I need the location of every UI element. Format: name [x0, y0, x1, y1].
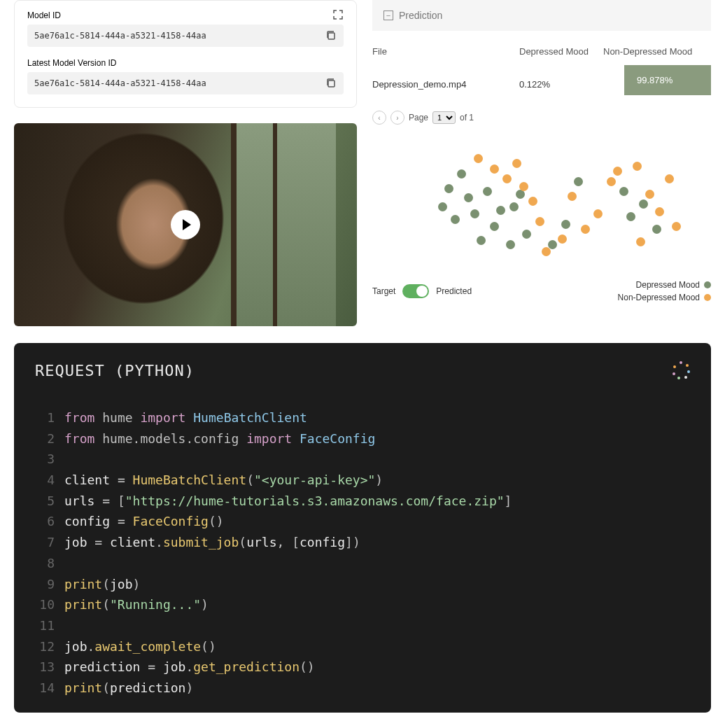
scatter-dot	[496, 206, 505, 215]
code-line: 5urls = ["https://hume-tutorials.s3.amaz…	[35, 491, 690, 512]
scatter-dot	[652, 225, 661, 234]
scatter-dot	[483, 187, 492, 196]
col-header-depressed: Depressed Mood	[519, 46, 596, 57]
col-header-nondepressed: Non-Depressed Mood	[596, 46, 711, 57]
scatter-dot	[506, 240, 515, 249]
scatter-dot	[490, 222, 499, 231]
svg-rect-1	[328, 80, 335, 87]
scatter-dot	[522, 230, 531, 239]
next-page-button[interactable]: ›	[390, 111, 404, 125]
scatter-dot	[619, 187, 628, 196]
model-id-label: Model ID	[27, 10, 344, 20]
scatter-dot	[633, 162, 642, 171]
pagination: ‹ › Page 1 of 1	[372, 111, 711, 125]
scatter-dot	[457, 169, 466, 178]
scatter-dot	[542, 247, 551, 256]
scatter-dot	[464, 193, 473, 202]
code-request-block: REQUEST (PYTHON) 1from hume import HumeB…	[14, 343, 711, 713]
page-label: Page	[409, 113, 428, 122]
prediction-table-header: File Depressed Mood Non-Depressed Mood	[372, 31, 711, 65]
code-line: 4client = HumeBatchClient("<your-api-key…	[35, 470, 690, 491]
code-line: 7job = client.submit_job(urls, [config])	[35, 532, 690, 553]
target-label: Target	[372, 286, 395, 296]
expand-icon[interactable]	[332, 9, 344, 23]
scatter-dot	[528, 197, 537, 206]
scatter-dot	[438, 202, 447, 211]
scatter-dot	[558, 234, 567, 244]
copy-icon[interactable]	[325, 30, 337, 41]
scatter-dot	[512, 159, 521, 168]
prediction-header[interactable]: − Prediction	[372, 0, 711, 31]
collapse-icon[interactable]: −	[383, 10, 393, 20]
scatter-dot	[639, 200, 648, 209]
code-line: 8	[35, 553, 690, 574]
cell-depressed: 0.122%	[519, 71, 554, 90]
scatter-legend: Depressed Mood Non-Depressed Mood	[618, 279, 711, 304]
scatter-dot	[607, 177, 616, 186]
code-line: 12job.await_complete()	[35, 636, 690, 657]
scatter-dot	[509, 202, 519, 211]
code-title: REQUEST (PYTHON)	[35, 362, 195, 379]
scatter-dot	[581, 225, 590, 234]
code-line: 10print("Running...")	[35, 594, 690, 615]
scatter-dot	[672, 222, 681, 231]
scatter-dot	[451, 215, 460, 224]
scatter-dot	[502, 174, 512, 183]
code-line: 13prediction = job.get_prediction()	[35, 657, 690, 678]
legend-depressed-label: Depressed Mood	[636, 279, 700, 291]
cell-file: Depression_demo.mp4	[372, 71, 519, 90]
scatter-dot	[519, 182, 528, 191]
copy-icon[interactable]	[325, 78, 337, 89]
code-line: 6config = FaceConfig()	[35, 511, 690, 532]
model-id-value: 5ae76a1c-5814-444a-a5321-4158-44aa	[34, 31, 325, 41]
code-line: 14print(prediction)	[35, 678, 690, 699]
target-predicted-toggle[interactable]	[402, 284, 429, 298]
scatter-dot	[548, 240, 557, 249]
scatter-dot	[636, 237, 645, 246]
predicted-label: Predicted	[436, 286, 472, 296]
scatter-dot	[645, 190, 654, 199]
page-select[interactable]: 1	[432, 111, 456, 124]
cell-nondepressed-bar: 99.878%	[624, 65, 711, 95]
model-info-card: Model ID 5ae76a1c-5814-444a-a5321-4158-4…	[14, 0, 357, 108]
scatter-plot	[372, 133, 711, 273]
scatter-dot	[561, 220, 570, 229]
code-line: 11	[35, 615, 690, 636]
code-lines: 1from hume import HumeBatchClient2from h…	[35, 407, 690, 699]
version-id-field: 5ae76a1c-5814-444a-a5321-4158-44aa	[27, 72, 344, 94]
legend-dot-green	[704, 281, 711, 288]
prev-page-button[interactable]: ‹	[372, 111, 386, 125]
scatter-dot	[535, 217, 544, 226]
page-total: of 1	[460, 113, 474, 122]
legend-nondepressed-label: Non-Depressed Mood	[618, 291, 700, 304]
code-line: 9print(job)	[35, 574, 690, 595]
version-id-value: 5ae76a1c-5814-444a-a5321-4158-44aa	[34, 78, 325, 88]
play-icon	[183, 219, 191, 230]
version-id-label: Latest Model Version ID	[27, 58, 344, 68]
scatter-dot	[470, 209, 479, 218]
scatter-dot	[574, 177, 583, 186]
model-id-field: 5ae76a1c-5814-444a-a5321-4158-44aa	[27, 24, 344, 47]
col-header-file: File	[372, 46, 519, 57]
scatter-dot	[626, 212, 635, 221]
scatter-dot	[490, 164, 499, 174]
scatter-dot	[568, 192, 577, 201]
scatter-dot	[665, 174, 674, 183]
svg-rect-0	[328, 33, 335, 39]
play-button[interactable]	[171, 210, 200, 239]
prediction-row: Depression_demo.mp4 0.122% 99.878%	[372, 65, 711, 95]
code-line: 2from hume.models.config import FaceConf…	[35, 428, 690, 449]
scatter-dot	[474, 154, 483, 163]
code-line: 3	[35, 449, 690, 470]
scatter-dot	[613, 167, 622, 176]
scatter-dot	[444, 184, 453, 193]
scatter-dot	[593, 209, 603, 218]
legend-dot-orange	[704, 294, 711, 301]
video-thumbnail[interactable]	[14, 123, 357, 326]
scatter-dot	[477, 236, 486, 245]
scatter-dot	[655, 207, 664, 216]
loading-spinner-icon	[672, 361, 690, 379]
prediction-title: Prediction	[399, 10, 442, 21]
code-line: 1from hume import HumeBatchClient	[35, 407, 690, 428]
